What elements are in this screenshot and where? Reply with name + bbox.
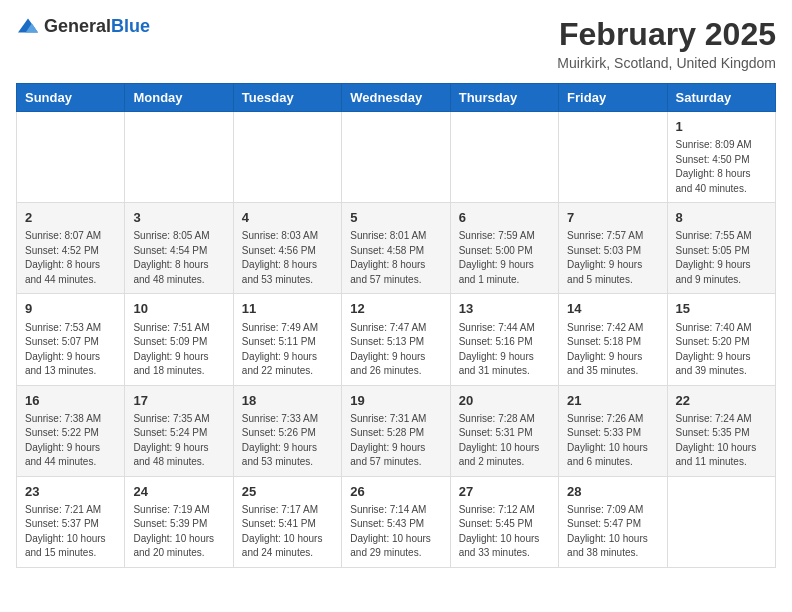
calendar-week-row: 1Sunrise: 8:09 AM Sunset: 4:50 PM Daylig… [17, 112, 776, 203]
calendar-cell [342, 112, 450, 203]
weekday-header-thursday: Thursday [450, 84, 558, 112]
page-header: GeneralBlue February 2025 Muirkirk, Scot… [16, 16, 776, 71]
calendar-cell: 14Sunrise: 7:42 AM Sunset: 5:18 PM Dayli… [559, 294, 667, 385]
day-number: 15 [676, 300, 767, 318]
calendar-cell: 20Sunrise: 7:28 AM Sunset: 5:31 PM Dayli… [450, 385, 558, 476]
day-info: Sunrise: 8:07 AM Sunset: 4:52 PM Dayligh… [25, 229, 116, 287]
calendar-cell: 27Sunrise: 7:12 AM Sunset: 5:45 PM Dayli… [450, 476, 558, 567]
day-info: Sunrise: 7:57 AM Sunset: 5:03 PM Dayligh… [567, 229, 658, 287]
calendar-cell [125, 112, 233, 203]
day-info: Sunrise: 7:26 AM Sunset: 5:33 PM Dayligh… [567, 412, 658, 470]
calendar-cell: 17Sunrise: 7:35 AM Sunset: 5:24 PM Dayli… [125, 385, 233, 476]
day-info: Sunrise: 7:21 AM Sunset: 5:37 PM Dayligh… [25, 503, 116, 561]
day-number: 4 [242, 209, 333, 227]
logo: GeneralBlue [16, 16, 150, 37]
calendar-cell: 25Sunrise: 7:17 AM Sunset: 5:41 PM Dayli… [233, 476, 341, 567]
calendar-cell: 19Sunrise: 7:31 AM Sunset: 5:28 PM Dayli… [342, 385, 450, 476]
day-info: Sunrise: 7:24 AM Sunset: 5:35 PM Dayligh… [676, 412, 767, 470]
day-number: 21 [567, 392, 658, 410]
day-info: Sunrise: 8:03 AM Sunset: 4:56 PM Dayligh… [242, 229, 333, 287]
title-block: February 2025 Muirkirk, Scotland, United… [557, 16, 776, 71]
day-info: Sunrise: 8:05 AM Sunset: 4:54 PM Dayligh… [133, 229, 224, 287]
day-info: Sunrise: 7:09 AM Sunset: 5:47 PM Dayligh… [567, 503, 658, 561]
day-number: 13 [459, 300, 550, 318]
calendar-table: SundayMondayTuesdayWednesdayThursdayFrid… [16, 83, 776, 568]
day-number: 5 [350, 209, 441, 227]
day-info: Sunrise: 7:17 AM Sunset: 5:41 PM Dayligh… [242, 503, 333, 561]
day-info: Sunrise: 7:44 AM Sunset: 5:16 PM Dayligh… [459, 321, 550, 379]
day-number: 10 [133, 300, 224, 318]
day-info: Sunrise: 7:51 AM Sunset: 5:09 PM Dayligh… [133, 321, 224, 379]
day-number: 23 [25, 483, 116, 501]
calendar-cell: 11Sunrise: 7:49 AM Sunset: 5:11 PM Dayli… [233, 294, 341, 385]
day-info: Sunrise: 8:09 AM Sunset: 4:50 PM Dayligh… [676, 138, 767, 196]
calendar-cell: 15Sunrise: 7:40 AM Sunset: 5:20 PM Dayli… [667, 294, 775, 385]
day-info: Sunrise: 7:14 AM Sunset: 5:43 PM Dayligh… [350, 503, 441, 561]
weekday-header-saturday: Saturday [667, 84, 775, 112]
calendar-cell [233, 112, 341, 203]
day-number: 16 [25, 392, 116, 410]
day-number: 6 [459, 209, 550, 227]
weekday-header-tuesday: Tuesday [233, 84, 341, 112]
calendar-cell: 18Sunrise: 7:33 AM Sunset: 5:26 PM Dayli… [233, 385, 341, 476]
day-info: Sunrise: 7:35 AM Sunset: 5:24 PM Dayligh… [133, 412, 224, 470]
calendar-cell: 4Sunrise: 8:03 AM Sunset: 4:56 PM Daylig… [233, 203, 341, 294]
day-number: 14 [567, 300, 658, 318]
day-number: 24 [133, 483, 224, 501]
calendar-cell: 12Sunrise: 7:47 AM Sunset: 5:13 PM Dayli… [342, 294, 450, 385]
day-info: Sunrise: 7:33 AM Sunset: 5:26 PM Dayligh… [242, 412, 333, 470]
calendar-cell: 22Sunrise: 7:24 AM Sunset: 5:35 PM Dayli… [667, 385, 775, 476]
day-number: 28 [567, 483, 658, 501]
day-number: 17 [133, 392, 224, 410]
day-number: 18 [242, 392, 333, 410]
calendar-cell: 21Sunrise: 7:26 AM Sunset: 5:33 PM Dayli… [559, 385, 667, 476]
calendar-week-row: 2Sunrise: 8:07 AM Sunset: 4:52 PM Daylig… [17, 203, 776, 294]
day-info: Sunrise: 7:38 AM Sunset: 5:22 PM Dayligh… [25, 412, 116, 470]
weekday-header-row: SundayMondayTuesdayWednesdayThursdayFrid… [17, 84, 776, 112]
calendar-cell: 16Sunrise: 7:38 AM Sunset: 5:22 PM Dayli… [17, 385, 125, 476]
calendar-cell [667, 476, 775, 567]
calendar-cell: 1Sunrise: 8:09 AM Sunset: 4:50 PM Daylig… [667, 112, 775, 203]
calendar-cell: 13Sunrise: 7:44 AM Sunset: 5:16 PM Dayli… [450, 294, 558, 385]
calendar-cell: 3Sunrise: 8:05 AM Sunset: 4:54 PM Daylig… [125, 203, 233, 294]
day-number: 8 [676, 209, 767, 227]
logo-blue: Blue [111, 16, 150, 36]
calendar-cell [559, 112, 667, 203]
weekday-header-monday: Monday [125, 84, 233, 112]
day-number: 27 [459, 483, 550, 501]
day-number: 3 [133, 209, 224, 227]
day-number: 1 [676, 118, 767, 136]
day-info: Sunrise: 7:55 AM Sunset: 5:05 PM Dayligh… [676, 229, 767, 287]
day-info: Sunrise: 7:49 AM Sunset: 5:11 PM Dayligh… [242, 321, 333, 379]
calendar-cell [450, 112, 558, 203]
day-number: 25 [242, 483, 333, 501]
day-info: Sunrise: 7:28 AM Sunset: 5:31 PM Dayligh… [459, 412, 550, 470]
day-number: 2 [25, 209, 116, 227]
calendar-cell: 5Sunrise: 8:01 AM Sunset: 4:58 PM Daylig… [342, 203, 450, 294]
calendar-cell [17, 112, 125, 203]
weekday-header-sunday: Sunday [17, 84, 125, 112]
calendar-week-row: 16Sunrise: 7:38 AM Sunset: 5:22 PM Dayli… [17, 385, 776, 476]
day-info: Sunrise: 7:53 AM Sunset: 5:07 PM Dayligh… [25, 321, 116, 379]
day-info: Sunrise: 7:47 AM Sunset: 5:13 PM Dayligh… [350, 321, 441, 379]
day-number: 19 [350, 392, 441, 410]
calendar-cell: 2Sunrise: 8:07 AM Sunset: 4:52 PM Daylig… [17, 203, 125, 294]
day-info: Sunrise: 7:19 AM Sunset: 5:39 PM Dayligh… [133, 503, 224, 561]
logo-general: General [44, 16, 111, 36]
day-info: Sunrise: 7:42 AM Sunset: 5:18 PM Dayligh… [567, 321, 658, 379]
month-title: February 2025 [557, 16, 776, 53]
day-number: 26 [350, 483, 441, 501]
day-info: Sunrise: 7:12 AM Sunset: 5:45 PM Dayligh… [459, 503, 550, 561]
calendar-cell: 26Sunrise: 7:14 AM Sunset: 5:43 PM Dayli… [342, 476, 450, 567]
calendar-cell: 7Sunrise: 7:57 AM Sunset: 5:03 PM Daylig… [559, 203, 667, 294]
day-info: Sunrise: 7:40 AM Sunset: 5:20 PM Dayligh… [676, 321, 767, 379]
calendar-cell: 23Sunrise: 7:21 AM Sunset: 5:37 PM Dayli… [17, 476, 125, 567]
weekday-header-friday: Friday [559, 84, 667, 112]
day-info: Sunrise: 7:59 AM Sunset: 5:00 PM Dayligh… [459, 229, 550, 287]
weekday-header-wednesday: Wednesday [342, 84, 450, 112]
calendar-week-row: 9Sunrise: 7:53 AM Sunset: 5:07 PM Daylig… [17, 294, 776, 385]
day-info: Sunrise: 7:31 AM Sunset: 5:28 PM Dayligh… [350, 412, 441, 470]
calendar-cell: 6Sunrise: 7:59 AM Sunset: 5:00 PM Daylig… [450, 203, 558, 294]
day-number: 11 [242, 300, 333, 318]
location: Muirkirk, Scotland, United Kingdom [557, 55, 776, 71]
